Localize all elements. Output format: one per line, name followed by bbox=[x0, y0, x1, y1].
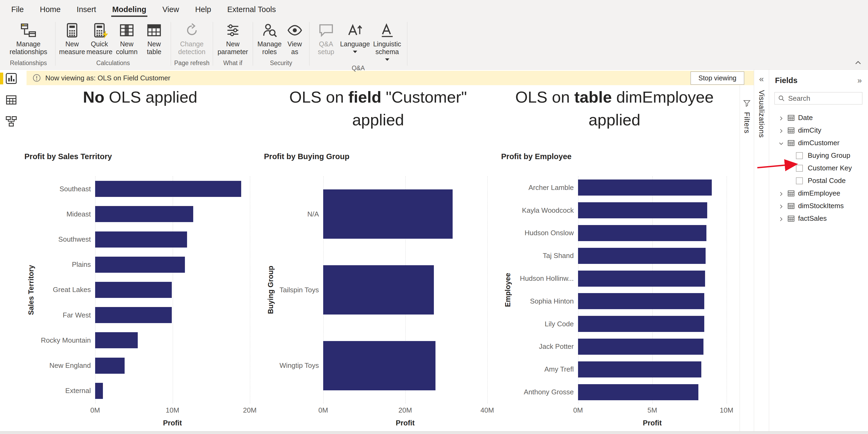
textbox-no-ols: No OLS applied bbox=[33, 86, 247, 108]
category-label: Kayla Woodcock bbox=[515, 199, 578, 222]
plot-row bbox=[323, 176, 487, 252]
menu-item-home[interactable]: Home bbox=[32, 0, 69, 19]
x-axis-title: Profit bbox=[323, 419, 487, 427]
new-table-button[interactable]: New table bbox=[141, 21, 167, 57]
bar-new-england[interactable] bbox=[95, 358, 125, 374]
ribbon-group-label: Page refresh bbox=[174, 57, 210, 69]
checkbox[interactable] bbox=[796, 177, 803, 184]
expand-pane-icon[interactable]: « bbox=[759, 74, 764, 83]
bar-hudson-onslow[interactable] bbox=[578, 225, 706, 241]
model-view-icon[interactable] bbox=[5, 116, 17, 127]
chevron-down-icon[interactable] bbox=[778, 140, 784, 146]
menu-item-modeling[interactable]: Modeling bbox=[104, 0, 154, 19]
bar-kayla-woodcock[interactable] bbox=[578, 202, 707, 218]
bar-chart-profit-by-employee[interactable]: Profit by Employee Employee Archer Lambl… bbox=[501, 152, 726, 427]
field-table-dimcity[interactable]: dimCity bbox=[769, 124, 868, 136]
view-as-button[interactable]: View as bbox=[283, 21, 306, 57]
search-input[interactable] bbox=[787, 94, 859, 103]
new-column-button[interactable]: New column bbox=[113, 21, 140, 57]
checkbox[interactable] bbox=[796, 152, 803, 159]
visualizations-pane-collapsed[interactable]: « Visualizations bbox=[754, 70, 769, 431]
linguistic-schema-button[interactable]: Linguistic schema bbox=[371, 21, 404, 62]
menu-item-insert[interactable]: Insert bbox=[69, 0, 104, 19]
bar-great-lakes[interactable] bbox=[95, 282, 172, 298]
chevron-right-icon[interactable] bbox=[778, 127, 784, 133]
chevron-right-icon[interactable] bbox=[778, 190, 784, 196]
ribbon-group-relationships: Manage relationships Relationships bbox=[2, 19, 55, 69]
bar-n-a[interactable] bbox=[323, 189, 453, 239]
field-table-dimstockitems[interactable]: dimStockItems bbox=[769, 199, 868, 212]
bar-mideast[interactable] bbox=[95, 206, 193, 222]
bar-rocky-mountain[interactable] bbox=[95, 332, 138, 348]
chevron-down-icon bbox=[385, 58, 390, 61]
bar-plains[interactable] bbox=[95, 257, 185, 273]
field-label: Buying Group bbox=[808, 151, 850, 160]
bar-lily-code[interactable] bbox=[578, 316, 704, 332]
bar-external[interactable] bbox=[95, 383, 103, 399]
bar-southwest[interactable] bbox=[95, 231, 187, 248]
checkbox[interactable] bbox=[796, 165, 803, 172]
field-customer-key[interactable]: Customer Key bbox=[769, 162, 868, 175]
bar-chart-profit-by-sales-territory[interactable]: Profit by Sales Territory Sales Territor… bbox=[24, 152, 250, 427]
language-button[interactable]: Language bbox=[340, 21, 370, 55]
bar-tailspin-toys[interactable] bbox=[323, 265, 434, 314]
stop-viewing-button[interactable]: Stop viewing bbox=[691, 71, 744, 85]
ribbon-group-page-refresh: Change detection Page refresh bbox=[171, 19, 213, 69]
plot-row bbox=[323, 252, 487, 328]
new-measure-button[interactable]: New measure bbox=[59, 21, 86, 57]
table-icon bbox=[787, 139, 795, 147]
bar-far-west[interactable] bbox=[95, 307, 172, 323]
ribbon-group-calculations: New measure Quick measure New column New… bbox=[56, 19, 171, 69]
menu-item-external-tools[interactable]: External Tools bbox=[219, 0, 284, 19]
fields-search[interactable] bbox=[774, 92, 862, 104]
report-canvas: No OLS applied OLS on field "Customer" a… bbox=[22, 85, 740, 431]
bar-jack-potter[interactable] bbox=[578, 339, 704, 355]
bar-hudson-hollinw-[interactable] bbox=[578, 271, 705, 287]
field-table-factsales[interactable]: factSales bbox=[769, 212, 868, 225]
collapse-ribbon-icon[interactable] bbox=[854, 59, 862, 67]
bar-taj-shand[interactable] bbox=[578, 248, 706, 264]
manage-roles-button[interactable]: Manage roles bbox=[256, 21, 283, 57]
button-label: Manage relationships bbox=[6, 40, 51, 56]
field-table-dimemployee[interactable]: dimEmployee bbox=[769, 187, 868, 199]
bar-wingtip-toys[interactable] bbox=[323, 341, 435, 390]
value-axis: 0M10M20M bbox=[95, 406, 250, 415]
bar-southeast[interactable] bbox=[95, 181, 241, 197]
new-parameter-button[interactable]: New parameter bbox=[216, 21, 249, 57]
button-label: New parameter bbox=[217, 40, 248, 56]
bar-sophia-hinton[interactable] bbox=[578, 293, 704, 309]
headline-part: field bbox=[348, 88, 381, 106]
chevron-right-icon[interactable] bbox=[778, 203, 784, 209]
bar-archer-lamble[interactable] bbox=[578, 180, 712, 195]
y-axis-title: Sales Territory bbox=[24, 176, 38, 403]
x-tick-label: 10M bbox=[720, 406, 734, 414]
field-table-dimcustomer[interactable]: dimCustomer bbox=[769, 136, 868, 149]
change-detection-icon bbox=[184, 23, 200, 38]
filters-pane-collapsed[interactable]: Filters bbox=[740, 85, 753, 431]
manage-relationships-button[interactable]: Manage relationships bbox=[5, 21, 52, 57]
quick-measure-button[interactable]: Quick measure bbox=[86, 21, 113, 57]
menu-item-file[interactable]: File bbox=[3, 0, 32, 19]
category-label: N/A bbox=[277, 176, 323, 252]
bar-anthony-grosse[interactable] bbox=[578, 384, 699, 400]
field-buying-group[interactable]: Buying Group bbox=[769, 149, 868, 162]
category-label: Jack Potter bbox=[515, 335, 578, 358]
menu-item-view[interactable]: View bbox=[154, 0, 187, 19]
chevron-right-icon[interactable] bbox=[778, 216, 784, 222]
data-view-icon[interactable] bbox=[5, 94, 17, 106]
chevron-right-icon[interactable] bbox=[778, 115, 784, 121]
collapse-pane-icon[interactable]: » bbox=[857, 76, 862, 84]
fields-pane-header: Fields » bbox=[769, 74, 868, 86]
field-table-date[interactable]: Date bbox=[769, 112, 868, 124]
bar-chart-profit-by-buying-group[interactable]: Profit by Buying Group Buying Group N/AT… bbox=[264, 152, 487, 427]
x-tick-label: 20M bbox=[243, 406, 257, 414]
powerbi-desktop-app: File Home Insert Modeling View Help Exte… bbox=[0, 0, 868, 434]
ribbon-divider bbox=[407, 22, 407, 66]
category-label: External bbox=[38, 378, 95, 403]
menu-item-help[interactable]: Help bbox=[187, 0, 219, 19]
report-view-icon[interactable] bbox=[5, 72, 17, 84]
fields-pane-title: Fields bbox=[775, 76, 798, 85]
field-postal-code[interactable]: Postal Code bbox=[769, 175, 868, 187]
funnel-icon bbox=[743, 99, 751, 107]
bar-amy-trefl[interactable] bbox=[578, 362, 701, 377]
